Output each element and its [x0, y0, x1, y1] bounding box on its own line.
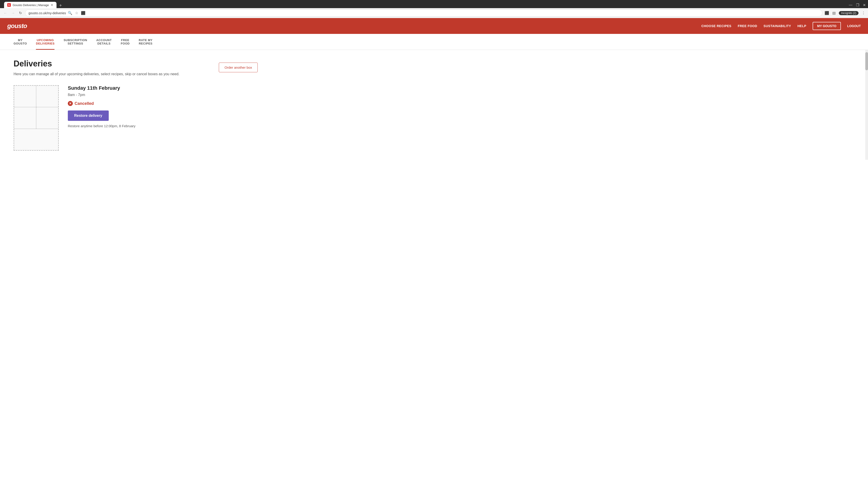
nav-help[interactable]: HELP: [798, 24, 806, 28]
sub-nav: MYGOUSTO UPCOMINGDELIVERIES SUBSCRIPTION…: [0, 34, 868, 50]
logo[interactable]: gousto: [7, 22, 27, 30]
subnav-free-food[interactable]: FREEFOOD: [121, 34, 130, 50]
window-controls[interactable]: — ❐ ✕: [849, 3, 866, 7]
recipe-cell-1: [14, 86, 36, 107]
extensions-icon[interactable]: ⬛: [825, 11, 829, 15]
scrollbar[interactable]: [865, 50, 868, 160]
page-title: Deliveries: [13, 59, 180, 68]
browser-chrome: G Gousto Deliveries | Manage Al... ✕ + —…: [0, 0, 868, 8]
close-button[interactable]: ✕: [863, 3, 866, 7]
tab-close-button[interactable]: ✕: [51, 3, 53, 7]
page-wrapper: Deliveries Here you can manage all of yo…: [0, 50, 868, 160]
active-tab[interactable]: G Gousto Deliveries | Manage Al... ✕: [4, 2, 57, 8]
cancelled-icon: ✕: [68, 101, 73, 106]
restore-note: Restore anytime before 12:00pm, 8 Februa…: [68, 124, 258, 128]
extension-icon[interactable]: ⬛: [81, 11, 86, 15]
back-button[interactable]: ←: [3, 10, 8, 16]
subnav-upcoming-deliveries[interactable]: UPCOMINGDELIVERIES: [36, 34, 55, 50]
tab-bar: G Gousto Deliveries | Manage Al... ✕ +: [4, 2, 845, 8]
main-content: Deliveries Here you can manage all of yo…: [0, 50, 865, 160]
nav-free-food[interactable]: FREE FOOD: [738, 24, 757, 28]
address-bar[interactable]: gousto.co.uk/my-deliveries 🔍 ☆ ⬛: [25, 9, 822, 17]
main-nav: gousto CHOOSE RECIPES FREE FOOD SUSTAINA…: [0, 18, 868, 34]
star-icon[interactable]: ☆: [75, 11, 78, 15]
recipe-grid: [13, 85, 59, 151]
cancelled-label: Cancelled: [74, 101, 94, 106]
recipe-cell-4: [36, 107, 58, 129]
new-tab-button[interactable]: +: [57, 3, 64, 8]
maximize-button[interactable]: ❐: [856, 3, 859, 7]
nav-links: CHOOSE RECIPES FREE FOOD SUSTAINABILITY …: [702, 22, 861, 30]
forward-button[interactable]: →: [10, 10, 16, 16]
browser-toolbar-icons: ⬛ ▤ Incognito (2) ⋮: [825, 11, 865, 15]
delivery-info: Sunday 11th February 8am - 7pm ✕ Cancell…: [68, 85, 258, 128]
content-header: Deliveries Here you can manage all of yo…: [13, 59, 258, 76]
content-area: Deliveries Here you can manage all of yo…: [0, 50, 271, 160]
subnav-subscription-settings[interactable]: SUBSCRIPTIONSETTINGS: [64, 34, 87, 50]
restore-delivery-button[interactable]: Restore delivery: [68, 110, 109, 121]
more-menu-button[interactable]: ⋮: [862, 11, 865, 15]
nav-my-gousto[interactable]: MY GOUSTO: [813, 22, 841, 30]
tab-favicon: G: [7, 3, 11, 7]
address-bar-row: ← → ↻ gousto.co.uk/my-deliveries 🔍 ☆ ⬛ ⬛…: [0, 8, 868, 18]
search-icon[interactable]: 🔍: [68, 11, 72, 15]
minimize-button[interactable]: —: [849, 3, 852, 7]
scrollbar-thumb[interactable]: [865, 52, 868, 70]
incognito-badge: Incognito (2): [839, 11, 859, 15]
recipe-cell-3: [14, 107, 36, 129]
delivery-date: Sunday 11th February: [68, 85, 258, 91]
delivery-card: Sunday 11th February 8am - 7pm ✕ Cancell…: [13, 85, 258, 151]
nav-sustainability[interactable]: SUSTAINABILITY: [764, 24, 791, 28]
nav-logout[interactable]: LOGOUT: [847, 24, 861, 28]
nav-choose-recipes[interactable]: CHOOSE RECIPES: [702, 24, 732, 28]
subnav-my-gousto[interactable]: MYGOUSTO: [13, 34, 27, 50]
tab-title: Gousto Deliveries | Manage Al...: [13, 3, 49, 7]
reload-button[interactable]: ↻: [18, 10, 23, 16]
sidebar-icon[interactable]: ▤: [832, 11, 836, 15]
recipe-cell-5: [14, 129, 58, 150]
status-cancelled: ✕ Cancelled: [68, 101, 258, 106]
order-another-button[interactable]: Order another box: [219, 63, 258, 72]
subnav-rate-my-recipes[interactable]: RATE MYRECIPES: [139, 34, 153, 50]
address-bar-icons: 🔍 ☆ ⬛: [68, 11, 86, 15]
page-description: Here you can manage all of your upcoming…: [13, 72, 180, 76]
address-text: gousto.co.uk/my-deliveries: [29, 11, 66, 15]
recipe-cell-2: [36, 86, 58, 107]
delivery-time: 8am - 7pm: [68, 93, 258, 97]
subnav-account-details[interactable]: ACCOUNTDETAILS: [96, 34, 112, 50]
page-header-text: Deliveries Here you can manage all of yo…: [13, 59, 180, 76]
